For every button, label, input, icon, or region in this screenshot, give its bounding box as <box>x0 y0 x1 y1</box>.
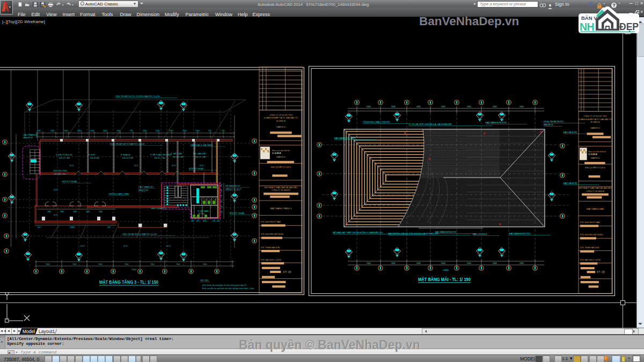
svg-text:40.70: 40.70 <box>80 245 85 247</box>
svg-text:XEM KT47: XEM KT47 <box>23 137 33 139</box>
svg-text:DOANH NGHIỆP VÀ TƯ VẤN ĐẦU TƯ: DOANH NGHIỆP VÀ TƯ VẤN ĐẦU TƯ <box>579 118 612 121</box>
svg-text:DOANH NGHIỆP VÀ TƯ VẤN ĐẦU TƯ: DOANH NGHIỆP VÀ TƯ VẤN ĐẦU TƯ <box>264 116 298 119</box>
svg-text:HI GEN HI: HI GEN HI <box>591 121 600 123</box>
svg-text:DH 21.5 M2: DH 21.5 M2 <box>195 156 206 158</box>
svg-text:DH 22.5 M2: DH 22.5 M2 <box>122 157 133 159</box>
svg-text:ỐNG THOÁT NƯỚC MÁI PVC D=110: ỐNG THOÁT NƯỚC MÁI PVC D=110 <box>122 233 157 235</box>
svg-text:KT- 05: KT- 05 <box>597 270 605 274</box>
svg-text:1000: 1000 <box>169 130 173 132</box>
svg-text:40.70: 40.70 <box>54 189 58 191</box>
svg-text:Ư. TỒ LẤT HỘP 100X100 V.A. GẠC: Ư. TỒ LẤT HỘP 100X100 V.A. GẠCH ĐỂU ĐỄ <box>409 123 452 125</box>
svg-text:75400: 75400 <box>131 269 137 271</box>
svg-text:MÁI KỄ 01: MÁI KỄ 01 <box>544 123 553 126</box>
svg-text:120: 120 <box>221 211 223 213</box>
svg-text:ĐẦU PHÔNG GIẢ SỬ TỒN 100X100 G: ĐẦU PHÔNG GIẢ SỬ TỒN 100X100 GẠCH PHỄU 0… <box>388 232 438 235</box>
svg-text:ĐẦU SẢNH ĐÓN KT05: ĐẦU SẢNH ĐÓN KT05 <box>486 121 507 124</box>
svg-text:CÔNG TY HI GEN HI: CÔNG TY HI GEN HI <box>272 189 290 191</box>
svg-text:200: 200 <box>196 220 200 222</box>
svg-text:5400: 5400 <box>467 106 471 108</box>
svg-text:5000: 5000 <box>519 106 524 108</box>
svg-text:2400: 2400 <box>367 106 371 108</box>
svg-text:Đơn vị tư vấn thiết kế: Đơn vị tư vấn thiết kế <box>272 150 289 152</box>
svg-text:KT 2.5: KT 2.5 <box>199 213 204 215</box>
svg-text:5000: 5000 <box>182 130 187 132</box>
svg-text:KTS. TRỊNH VĂN SƠN: KTS. TRỊNH VĂN SƠN <box>261 247 280 249</box>
svg-text:DH 21.7 M2: DH 21.7 M2 <box>59 157 70 159</box>
svg-text:5000: 5000 <box>103 130 107 132</box>
svg-text:DH 19.5 M2: DH 19.5 M2 <box>173 156 184 158</box>
svg-text:KHU NHÀ Ở GIÃN DÂN VÀ LÀM VIỆC: KHU NHÀ Ở GIÃN DÂN VÀ LÀM VIỆC <box>579 187 612 189</box>
svg-text:HỆ GIÀN SẮT THÉP CHỒNG ĐỘNG 4: HỆ GIÀN SẮT THÉP CHỒNG ĐỘNG 4 GIẢM ĐỀU 0… <box>333 231 383 234</box>
svg-text:PH. LÀM VIỆC: PH. LÀM VIỆC <box>193 152 207 155</box>
svg-text:NH: NH <box>580 21 594 33</box>
svg-text:TÔN ĐÓNG 2 MÁI Y THU HỒ: TÔN ĐÓNG 2 MÁI Y THU HỒ <box>363 121 390 123</box>
svg-text:DH 21.7 M2: DH 21.7 M2 <box>155 157 165 159</box>
svg-text:7000: 7000 <box>98 263 103 265</box>
svg-text:750: 750 <box>130 130 133 132</box>
svg-text:MẶT BẰNG MÁI: MẶT BẰNG MÁI <box>587 208 604 210</box>
svg-text:200: 200 <box>107 226 111 228</box>
svg-text:7000: 7000 <box>150 263 155 265</box>
svg-text:KTS. NGUYỄN KỸ NAM: KTS. NGUYỄN KỸ NAM <box>261 220 281 223</box>
svg-text:KTS. ĐÀO NGỌC QUỸN: KTS. ĐÀO NGỌC QUỸN <box>261 258 281 261</box>
svg-text:GIÁM ĐỐC: GIÁM ĐỐC <box>590 157 601 159</box>
svg-text:- Kích thước đo trong bản vẽ: - Kích thước đo trong bản vẽ cho tường g… <box>201 284 246 286</box>
svg-text:5000: 5000 <box>391 106 396 108</box>
svg-text:HI GEN HI: HI GEN HI <box>276 120 286 122</box>
svg-text:KHU QUYỀN TỪ 149 V: KHU QUYỀN TỪ 149 V <box>585 166 606 169</box>
svg-text:GIÁM ĐỐC: GIÁM ĐỐC <box>590 127 601 129</box>
svg-text:5000: 5000 <box>441 106 445 108</box>
svg-text:40.70: 40.70 <box>166 245 171 247</box>
svg-text:GHI CHÚ:: GHI CHÚ: <box>200 279 209 282</box>
svg-text:1885: 1885 <box>47 211 52 213</box>
svg-text:120: 120 <box>221 205 223 208</box>
svg-text:120: 120 <box>221 184 223 187</box>
svg-text:KTS. ĐÀO NGỌC QUỸN: KTS. ĐÀO NGỌC QUỸN <box>580 258 601 261</box>
svg-text:V.CỘT NAM: V.CỘT NAM <box>197 210 209 212</box>
svg-text:1885: 1885 <box>60 211 64 213</box>
svg-text:1885: 1885 <box>99 211 103 213</box>
svg-text:- Đỉnh cao độ cho sàn lành sà: - Đỉnh cao độ cho sàn lành sàn thật, độ … <box>201 287 254 290</box>
svg-text:XEM KT 15,16,17: XEM KT 15,16,17 <box>225 188 241 190</box>
svg-text:1885: 1885 <box>86 211 90 213</box>
svg-text:MẶT BẰNG MÁI - TL: 1/ 150: MẶT BẰNG MÁI - TL: 1/ 150 <box>418 276 471 282</box>
svg-text:5000: 5000 <box>441 262 445 264</box>
svg-text:5000: 5000 <box>416 106 421 108</box>
svg-text:7000: 7000 <box>72 263 77 265</box>
svg-text:7000: 7000 <box>176 263 180 265</box>
svg-text:ỐNG THOÁT NƯỚC TUỎNG MÃI PVC D: ỐNG THOÁT NƯỚC TUỎNG MÃI PVC D=110 <box>115 95 160 98</box>
svg-text:DH 16 M2: DH 16 M2 <box>90 157 99 159</box>
svg-text:P. HỌP: P. HỌP <box>89 154 96 156</box>
svg-text:40.70: 40.70 <box>172 165 176 167</box>
svg-text:1000: 1000 <box>116 130 121 132</box>
svg-text:4525: 4525 <box>203 220 207 222</box>
svg-text:KHU QUYỀN TỪ 149 V: KHU QUYỀN TỪ 149 V <box>271 166 292 168</box>
svg-text:CÔNG TY HI GEN HI: CÔNG TY HI GEN HI <box>586 190 604 193</box>
svg-text:7000: 7000 <box>125 263 129 265</box>
svg-text:K. KẾ TOÁN: K. KẾ TOÁN <box>171 152 182 155</box>
svg-text:C.O.R.E: C.O.R.E <box>589 153 597 156</box>
svg-text:KTS. NGUYỄN KỸ NAM: KTS. NGUYỄN KỸ NAM <box>580 221 600 224</box>
svg-text:120: 120 <box>221 189 223 192</box>
svg-text:1885: 1885 <box>73 211 77 213</box>
svg-text:HỘP KỸ THUẬT: HỘP KỸ THUẬT <box>62 180 78 183</box>
svg-text:C.O.R.E: C.O.R.E <box>272 152 281 154</box>
svg-text:KTS. TRỊNH VĂN SƠN: KTS. TRỊNH VĂN SƠN <box>580 247 599 249</box>
svg-text:5000: 5000 <box>519 262 524 264</box>
svg-text:P. KHÁCH: P. KHÁCH <box>121 154 130 156</box>
svg-text:5000: 5000 <box>64 130 68 132</box>
svg-text:ĐẦU VẢI ĐÓN: ĐẦU VẢI ĐÓN <box>564 131 577 134</box>
svg-text:CÔNG TY CP DV HỖ TRỢ: CÔNG TY CP DV HỖ TRỢ <box>269 114 292 116</box>
svg-text:MÁI LỢP NGÓI: MÁI LỢP NGÓI <box>473 233 487 235</box>
svg-text:ĐẸP: ĐẸP <box>619 21 639 32</box>
svg-text:CẦU THANG B1: CẦU THANG B1 <box>138 186 153 188</box>
svg-text:40.70: 40.70 <box>123 245 128 247</box>
svg-text:1000: 1000 <box>156 130 160 132</box>
svg-text:VÀNH ĐAI 3 GIẢI XANH: VÀNH ĐAI 3 GIẢI XANH <box>191 144 213 146</box>
svg-text:40.70: 40.70 <box>200 165 204 167</box>
svg-text:CH TIỆC 150: CH TIỆC 150 <box>54 173 66 175</box>
svg-text:240: 240 <box>213 220 216 222</box>
svg-text:7000: 7000 <box>203 263 207 265</box>
svg-text:1000: 1000 <box>90 130 94 132</box>
svg-text:ỐNG THOÁT NƯỚC MÁI PVC D=110: ỐNG THOÁT NƯỚC MÁI PVC D=110 <box>110 143 144 145</box>
